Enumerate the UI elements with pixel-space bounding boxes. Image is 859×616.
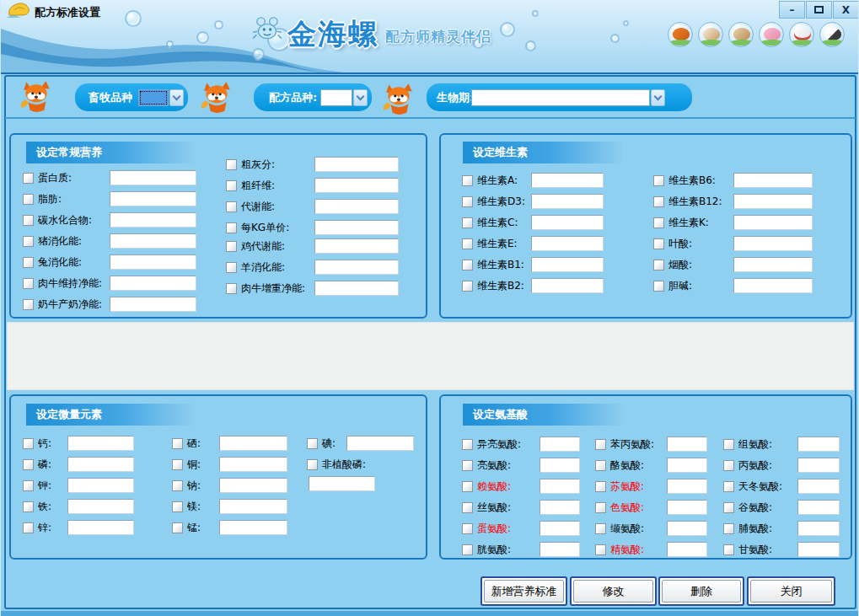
field-value-input[interactable] [67, 520, 134, 535]
field-value-input[interactable] [314, 281, 399, 296]
field-value-input[interactable] [531, 257, 604, 272]
field-value-input[interactable] [531, 215, 604, 230]
field-checkbox[interactable] [23, 501, 34, 512]
field-value-input[interactable] [314, 178, 399, 193]
field-value-input[interactable] [797, 458, 840, 473]
field-checkbox[interactable] [226, 201, 237, 212]
field-value-input[interactable] [67, 436, 134, 451]
field-value-input[interactable] [67, 478, 134, 493]
field-value-input[interactable] [667, 437, 707, 452]
field-value-input[interactable] [346, 436, 414, 451]
field-value-input[interactable] [531, 194, 604, 209]
field-checkbox[interactable] [595, 460, 606, 471]
field-checkbox[interactable] [23, 459, 34, 470]
field-checkbox[interactable] [595, 481, 606, 492]
field-value-input[interactable] [667, 521, 707, 536]
field-checkbox[interactable] [226, 262, 237, 273]
field-checkbox[interactable] [23, 173, 34, 184]
field-value-input[interactable] [110, 297, 196, 312]
field-checkbox[interactable] [723, 481, 734, 492]
field-checkbox[interactable] [595, 439, 606, 450]
field-checkbox[interactable] [723, 502, 734, 513]
field-value-input[interactable] [540, 458, 580, 473]
field-value-input[interactable] [797, 437, 840, 452]
field-checkbox[interactable] [653, 260, 664, 271]
field-value-input[interactable] [110, 276, 196, 291]
minimize-button[interactable]: – [779, 1, 805, 19]
field-value-input[interactable] [219, 478, 287, 493]
field-value-input[interactable] [797, 542, 840, 557]
field-value-input[interactable] [531, 173, 604, 188]
delete-button[interactable]: 删除 [658, 576, 744, 606]
cow-badge-icon[interactable] [819, 22, 845, 47]
field-checkbox[interactable] [226, 241, 237, 252]
formula-combobox[interactable] [320, 89, 368, 106]
field-checkbox[interactable] [226, 180, 237, 191]
field-value-input[interactable] [67, 499, 134, 514]
field-checkbox[interactable] [462, 439, 473, 450]
field-checkbox[interactable] [462, 260, 473, 271]
field-value-input[interactable] [67, 457, 134, 472]
field-checkbox[interactable] [462, 196, 473, 207]
field-value-input[interactable] [540, 521, 580, 536]
field-checkbox[interactable] [307, 459, 318, 470]
field-checkbox[interactable] [23, 257, 34, 268]
field-checkbox[interactable] [462, 481, 473, 492]
maximize-button[interactable] [806, 1, 832, 19]
field-value-input[interactable] [540, 479, 580, 494]
pig-badge-icon[interactable] [759, 22, 784, 47]
field-checkbox[interactable] [462, 175, 473, 186]
field-checkbox[interactable] [462, 217, 473, 228]
field-checkbox[interactable] [653, 196, 664, 207]
field-checkbox[interactable] [172, 438, 183, 449]
field-checkbox[interactable] [462, 281, 473, 292]
field-value-input[interactable] [219, 520, 287, 535]
field-value-input[interactable] [314, 199, 399, 214]
field-checkbox[interactable] [23, 299, 34, 310]
chicken-badge-icon[interactable] [789, 22, 814, 47]
field-checkbox[interactable] [595, 544, 606, 555]
field-checkbox[interactable] [462, 502, 473, 513]
field-value-input[interactable] [314, 238, 399, 254]
field-value-input[interactable] [733, 236, 813, 251]
field-value-input[interactable] [797, 479, 840, 494]
biophase-combobox[interactable] [471, 89, 665, 106]
biophase-combobox-value[interactable] [471, 89, 650, 106]
chevron-down-icon[interactable] [169, 89, 184, 106]
field-checkbox[interactable] [595, 502, 606, 513]
field-value-input[interactable] [540, 500, 580, 515]
field-value-input[interactable] [733, 173, 813, 188]
field-checkbox[interactable] [723, 460, 734, 471]
field-checkbox[interactable] [23, 438, 34, 449]
field-value-input[interactable] [314, 220, 399, 235]
field-value-input[interactable] [797, 521, 840, 536]
livestock-combobox[interactable] [138, 89, 184, 106]
field-checkbox[interactable] [172, 480, 183, 491]
field-checkbox[interactable] [653, 175, 664, 186]
field-checkbox[interactable] [462, 460, 473, 471]
field-checkbox[interactable] [23, 278, 34, 289]
field-checkbox[interactable] [23, 194, 34, 205]
field-value-input[interactable] [733, 215, 813, 230]
fox-badge-icon[interactable] [668, 22, 693, 47]
field-value-input[interactable] [110, 233, 196, 249]
add-nutrition-standard-button[interactable]: 新增营养标准 [481, 576, 567, 606]
livestock-combobox-value[interactable] [138, 89, 169, 106]
field-checkbox[interactable] [226, 159, 237, 170]
field-checkbox[interactable] [462, 238, 473, 249]
field-value-input[interactable] [531, 278, 604, 293]
field-value-input[interactable] [667, 458, 707, 473]
field-value-input[interactable] [309, 476, 375, 491]
field-checkbox[interactable] [723, 439, 734, 450]
field-checkbox[interactable] [723, 523, 734, 534]
field-value-input[interactable] [314, 157, 399, 172]
field-value-input[interactable] [531, 236, 604, 251]
field-checkbox[interactable] [23, 480, 34, 491]
field-value-input[interactable] [540, 437, 580, 452]
chevron-down-icon[interactable] [353, 89, 368, 106]
field-checkbox[interactable] [723, 544, 734, 555]
field-value-input[interactable] [733, 257, 813, 272]
field-value-input[interactable] [219, 499, 287, 514]
field-checkbox[interactable] [462, 523, 473, 534]
field-value-input[interactable] [733, 194, 813, 209]
